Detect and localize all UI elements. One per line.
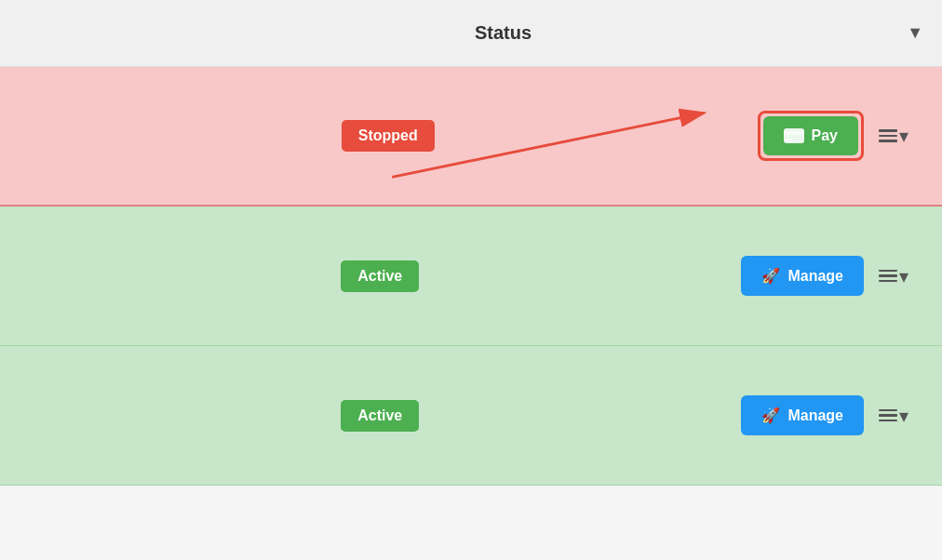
hamburger-icon-2 — [879, 270, 897, 283]
rocket-icon-1: 🚀 — [761, 267, 780, 285]
menu-chevron-icon-3: ▾ — [899, 407, 908, 425]
hamburger-icon — [879, 129, 897, 142]
stopped-actions: Pay ▾ — [758, 111, 914, 161]
pay-button[interactable]: Pay — [763, 116, 858, 155]
manage-button-1[interactable]: 🚀 Manage — [741, 256, 864, 296]
stopped-row: Stopped Pay ▾ — [0, 67, 942, 207]
pay-button-highlight: Pay — [758, 111, 864, 161]
active-1-badge: Active — [341, 260, 419, 292]
active-row-1: Active 🚀 Manage ▾ — [0, 207, 942, 346]
hamburger-icon-3 — [879, 409, 897, 422]
rocket-icon-2: 🚀 — [761, 407, 780, 424]
svg-rect-3 — [784, 131, 804, 135]
active-1-status-col: Active — [19, 260, 741, 292]
manage-button-2[interactable]: 🚀 Manage — [741, 395, 864, 435]
status-dropdown-chevron[interactable]: ▼ — [907, 23, 923, 43]
manage-button-1-label: Manage — [787, 268, 843, 285]
active-2-badge: Active — [341, 400, 419, 432]
active-2-actions: 🚀 Manage ▾ — [741, 395, 914, 435]
column-title: Status — [100, 22, 907, 44]
manage-button-2-label: Manage — [787, 407, 843, 424]
active-2-menu-button[interactable]: ▾ — [873, 403, 914, 429]
status-header: Status ▼ — [0, 0, 942, 67]
stopped-status-col: Stopped — [19, 120, 758, 152]
stopped-badge: Stopped — [342, 120, 435, 152]
pay-button-label: Pay — [812, 127, 838, 144]
svg-rect-2 — [784, 128, 804, 143]
menu-chevron-icon-2: ▾ — [899, 267, 908, 286]
svg-rect-4 — [786, 139, 792, 140]
active-2-status-col: Active — [19, 400, 741, 432]
active-row-2: Active 🚀 Manage ▾ — [0, 346, 942, 486]
active-1-actions: 🚀 Manage ▾ — [741, 256, 914, 296]
active-1-menu-button[interactable]: ▾ — [873, 263, 914, 289]
card-icon — [784, 128, 804, 143]
menu-chevron-icon: ▾ — [899, 127, 908, 145]
stopped-menu-button[interactable]: ▾ — [873, 123, 914, 149]
